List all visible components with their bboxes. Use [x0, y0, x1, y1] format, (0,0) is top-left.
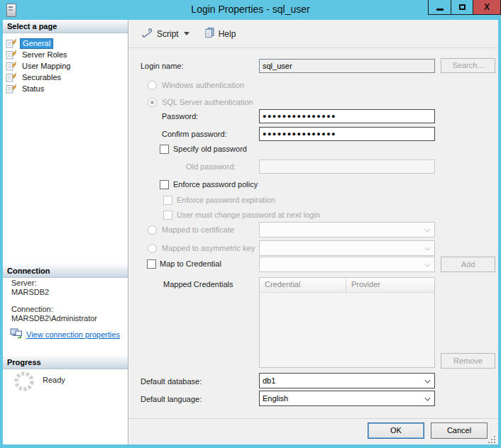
script-button[interactable]: Script	[137, 25, 194, 43]
enforce-password-expiration-label: Enforce password expiration	[177, 196, 275, 204]
enforce-password-expiration-checkbox[interactable]	[163, 196, 172, 205]
view-connection-properties-link[interactable]: View connection properties	[26, 330, 120, 339]
windows-auth-label: Windows authentication	[162, 81, 244, 89]
page-icon	[6, 50, 17, 60]
minimize-button[interactable]	[428, 0, 451, 15]
connection-header: Connection	[3, 264, 128, 278]
help-icon	[204, 27, 215, 40]
chevron-down-icon	[184, 32, 189, 35]
mapped-to-certificate-radio[interactable]	[148, 225, 157, 235]
default-database-select[interactable]: db1	[259, 373, 435, 388]
chevron-down-icon	[425, 378, 430, 383]
add-button[interactable]: Add	[441, 257, 495, 272]
default-database-label: Default database:	[141, 377, 202, 386]
minimize-icon	[436, 9, 444, 11]
sidebar-item-general[interactable]: General	[6, 38, 53, 49]
asymmetric-key-select[interactable]	[259, 240, 435, 256]
login-name-label: Login name:	[141, 62, 184, 70]
map-to-credential-checkbox[interactable]	[147, 259, 156, 269]
sql-auth-label: SQL Server authentication	[162, 98, 253, 106]
mapped-to-asymmetric-key-radio[interactable]	[148, 244, 157, 253]
script-button-label: Script	[157, 29, 179, 39]
specify-old-password-checkbox[interactable]	[160, 145, 169, 154]
server-label: Server:	[11, 279, 36, 287]
chevron-down-icon	[425, 396, 430, 401]
old-password-input[interactable]	[259, 159, 435, 174]
sidebar-item-label: Server Roles	[20, 50, 70, 60]
chevron-down-icon	[425, 262, 430, 267]
page-icon	[6, 38, 17, 48]
mapped-to-asymmetric-key-label: Mapped to asymmetric key	[162, 244, 255, 252]
mapped-credentials-label: Mapped Credentials	[163, 280, 233, 289]
computer-icon	[10, 328, 23, 340]
sidebar-item-label: General	[20, 38, 53, 49]
certificate-select[interactable]	[259, 222, 435, 237]
map-to-credential-label: Map to Credential	[160, 259, 221, 268]
close-icon: X	[484, 2, 490, 12]
close-button[interactable]: X	[473, 0, 501, 15]
grid-column-credential: Credential	[260, 278, 346, 292]
sql-auth-radio[interactable]	[148, 98, 157, 107]
sidebar-item-user-mapping[interactable]: User Mapping	[6, 60, 72, 72]
spinner-icon	[13, 370, 35, 396]
toolbar: Script Help	[128, 20, 498, 48]
grid-column-provider: Provider	[346, 278, 380, 292]
default-language-value: English	[263, 394, 288, 403]
sidebar-item-label: Status	[20, 84, 46, 94]
general-page-content: Login name: sql_user Search... Windows a…	[128, 49, 498, 444]
enforce-password-policy-checkbox[interactable]	[160, 180, 169, 189]
maximize-icon	[459, 4, 466, 10]
page-icon	[6, 61, 17, 71]
chevron-down-icon	[425, 227, 430, 232]
resize-grip-icon[interactable]	[488, 434, 496, 442]
login-properties-window: Login Properties - sql_user X Select a p…	[0, 0, 501, 448]
sidebar-item-label: User Mapping	[20, 62, 72, 71]
password-input[interactable]: ●●●●●●●●●●●●●●●	[259, 109, 435, 123]
sidebar-item-server-roles[interactable]: Server Roles	[6, 49, 70, 60]
credential-select[interactable]	[259, 257, 435, 272]
chevron-down-icon	[425, 245, 430, 250]
select-a-page-header: Select a page	[3, 20, 128, 33]
progress-header: Progress	[3, 356, 128, 369]
remove-button[interactable]: Remove	[441, 353, 495, 369]
login-name-input[interactable]: sql_user	[259, 59, 435, 73]
page-icon	[6, 72, 17, 82]
password-label: Password:	[162, 112, 198, 121]
windows-auth-radio[interactable]	[148, 81, 157, 90]
default-language-select[interactable]: English	[259, 391, 435, 406]
sidebar-item-securables[interactable]: Securables	[6, 72, 63, 83]
maximize-button[interactable]	[451, 0, 473, 15]
page-icon	[6, 84, 17, 94]
default-language-label: Default language:	[141, 395, 202, 403]
old-password-label: Old password:	[186, 162, 236, 171]
script-icon	[141, 27, 153, 40]
grid-header: Credential Provider	[260, 278, 434, 293]
help-button-label: Help	[219, 29, 236, 39]
window-title: Login Properties - sql_user	[0, 0, 501, 20]
must-change-password-checkbox[interactable]	[163, 211, 172, 220]
footer-divider	[128, 418, 498, 419]
help-button[interactable]: Help	[199, 25, 241, 43]
sidebar-item-label: Securables	[20, 73, 63, 82]
enforce-password-policy-label: Enforce password policy	[173, 180, 258, 189]
cancel-button[interactable]: Cancel	[431, 422, 488, 439]
must-change-password-label: User must change password at next login	[177, 211, 320, 219]
ok-button[interactable]: OK	[368, 422, 424, 439]
server-value: MARSDB2	[11, 288, 49, 296]
connection-value: MARSDB2\Administrator	[11, 314, 97, 323]
confirm-password-input[interactable]: ●●●●●●●●●●●●●●●	[259, 127, 435, 141]
search-button[interactable]: Search...	[441, 58, 495, 73]
sidebar-item-status[interactable]: Status	[6, 83, 46, 94]
default-database-value: db1	[263, 376, 275, 385]
titlebar: Login Properties - sql_user X	[0, 0, 501, 20]
right-pane: Script Help Login name: sql_user Search.…	[128, 20, 498, 444]
mapped-to-certificate-label: Mapped to certificate	[162, 225, 234, 234]
connection-label: Connection:	[11, 305, 53, 313]
left-pane: Select a page General Server Roles User …	[3, 20, 128, 444]
dialog-body: Select a page General Server Roles User …	[3, 20, 498, 444]
specify-old-password-label: Specify old password	[173, 145, 247, 153]
mapped-credentials-grid[interactable]: Credential Provider	[259, 277, 435, 368]
confirm-password-label: Confirm password:	[162, 130, 227, 138]
progress-status: Ready	[43, 376, 65, 384]
